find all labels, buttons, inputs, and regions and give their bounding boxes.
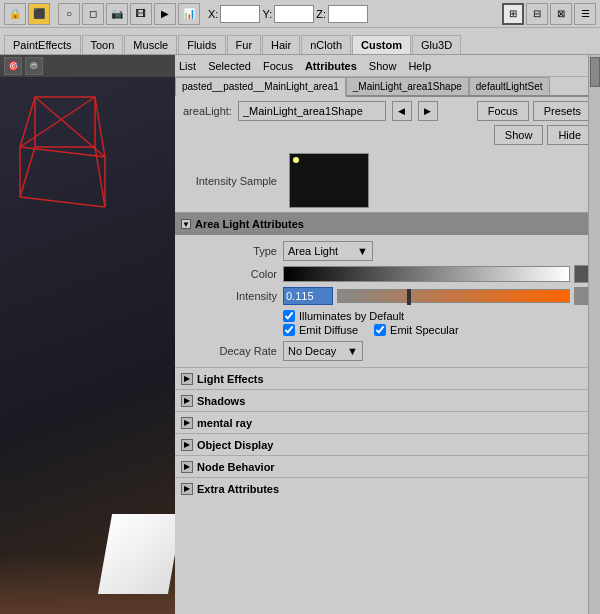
show-button[interactable]: Show: [494, 125, 544, 145]
separator: [52, 3, 56, 25]
tab-ncloth[interactable]: nCloth: [301, 35, 351, 54]
top-toolbar: 🔒 ⬛ ○ ◻ 📷 🎞 ▶ 📊 X: Y: Z: ⊞ ⊟ ⊠ ☰ PaintEf…: [0, 0, 600, 55]
camera-icon[interactable]: 📷: [106, 3, 128, 25]
x-input[interactable]: [220, 5, 260, 23]
tab-painteffects[interactable]: PaintEffects: [4, 35, 81, 54]
viewport: 🎯 ⛃: [0, 55, 175, 614]
viewport-content: [0, 77, 175, 614]
select-icon[interactable]: ⬛: [28, 3, 50, 25]
title-shadows: Shadows: [197, 395, 245, 407]
tab-fur[interactable]: Fur: [227, 35, 262, 54]
hide-button[interactable]: Hide: [547, 125, 592, 145]
tab-default-lightset[interactable]: defaultLightSet: [469, 77, 550, 95]
intensity-attr-label: Intensity: [183, 290, 283, 302]
scrollbar-thumb[interactable]: [590, 57, 600, 87]
intensity-dot: [293, 157, 299, 163]
layout-icon1[interactable]: ⊞: [502, 3, 524, 25]
decay-rate-label: Decay Rate: [183, 345, 283, 357]
type-value: Area Light: [288, 245, 338, 257]
section-mental-ray[interactable]: ▶ mental ray: [175, 411, 600, 433]
y-label: Y:: [262, 8, 272, 20]
type-dropdown[interactable]: Area Light ▼: [283, 241, 373, 261]
section-shadows[interactable]: ▶ Shadows: [175, 389, 600, 411]
title-mental-ray: mental ray: [197, 417, 252, 429]
intensity-slider[interactable]: [337, 289, 570, 303]
tab-toon[interactable]: Toon: [82, 35, 124, 54]
y-input[interactable]: [274, 5, 314, 23]
nav-help[interactable]: Help: [408, 60, 431, 72]
decay-dropdown-arrow: ▼: [347, 345, 358, 357]
graph-icon[interactable]: 📊: [178, 3, 200, 25]
section-light-effects[interactable]: ▶ Light Effects: [175, 367, 600, 389]
section-extra-attributes[interactable]: ▶ Extra Attributes: [175, 477, 600, 499]
menu-icon[interactable]: ☰: [574, 3, 596, 25]
vp-icon2[interactable]: ⛃: [25, 57, 43, 75]
lasso-icon[interactable]: ○: [58, 3, 80, 25]
paint-icon[interactable]: ◻: [82, 3, 104, 25]
color-bar-container: [283, 265, 592, 283]
illuminates-row: Illuminates by Default: [283, 309, 404, 323]
decay-dropdown[interactable]: No Decay ▼: [283, 341, 363, 361]
tab-custom[interactable]: Custom: [352, 35, 411, 54]
attr-decay-row: Decay Rate No Decay ▼: [175, 339, 600, 363]
intensity-sample-box: [289, 153, 369, 208]
x-label: X:: [208, 8, 218, 20]
attr-checkboxes-row: Illuminates by Default Emit Diffuse Emit…: [175, 307, 600, 339]
type-label: Type: [183, 245, 283, 257]
arealight-btn1[interactable]: ◀: [392, 101, 412, 121]
emit-specular-label: Emit Specular: [390, 324, 458, 336]
emit-diffuse-checkbox[interactable]: [283, 324, 295, 336]
color-bar[interactable]: [283, 266, 570, 282]
section-header-area-light[interactable]: ▼ Area Light Attributes: [175, 213, 600, 235]
nav-attributes[interactable]: Attributes: [305, 60, 357, 72]
vp-icon1[interactable]: 🎯: [4, 57, 22, 75]
tab-fluids[interactable]: Fluids: [178, 35, 225, 54]
svg-line-6: [20, 197, 105, 207]
illuminates-checkbox[interactable]: [283, 310, 295, 322]
color-label: Color: [183, 268, 283, 280]
presets-button[interactable]: Presets: [533, 101, 592, 121]
nav-show[interactable]: Show: [369, 60, 397, 72]
nav-selected[interactable]: Selected: [208, 60, 251, 72]
lock-icon[interactable]: 🔒: [4, 3, 26, 25]
type-dropdown-arrow: ▼: [357, 245, 368, 257]
panel-buttons-group: Focus Presets: [477, 101, 592, 121]
arrow-object-display: ▶: [181, 439, 193, 451]
emit-specular-checkbox[interactable]: [374, 324, 386, 336]
intensity-input-container: [283, 287, 592, 305]
arealight-btn2[interactable]: ▶: [418, 101, 438, 121]
play-icon[interactable]: ▶: [154, 3, 176, 25]
attr-type-row: Type Area Light ▼: [175, 239, 600, 263]
attr-color-row: Color: [175, 263, 600, 285]
film-icon[interactable]: 🎞: [130, 3, 152, 25]
intensity-field[interactable]: [283, 287, 333, 305]
illuminates-label: Illuminates by Default: [299, 310, 404, 322]
tab-glu3d[interactable]: Glu3D: [412, 35, 461, 54]
attr-intensity-row: Intensity: [175, 285, 600, 307]
nav-focus[interactable]: Focus: [263, 60, 293, 72]
focus-button[interactable]: Focus: [477, 101, 529, 121]
section-object-display[interactable]: ▶ Object Display: [175, 433, 600, 455]
tab-muscle[interactable]: Muscle: [124, 35, 177, 54]
nav-list[interactable]: List: [179, 60, 196, 72]
attr-section: ▼ Area Light Attributes Type Area Light …: [175, 212, 600, 367]
z-input[interactable]: [328, 5, 368, 23]
separator2: [202, 3, 206, 25]
arrow-extra-attributes: ▶: [181, 483, 193, 495]
layout-icon3[interactable]: ⊠: [550, 3, 572, 25]
panel-tabs: pasted__pasted__MainLight_area1 _MainLig…: [175, 77, 600, 97]
toolbar-icons-row: 🔒 ⬛ ○ ◻ 📷 🎞 ▶ 📊 X: Y: Z: ⊞ ⊟ ⊠ ☰: [0, 0, 600, 28]
tab-pasted-main[interactable]: pasted__pasted__MainLight_area1: [175, 77, 346, 97]
arealight-input[interactable]: [238, 101, 386, 121]
intensity-sample-row: Intensity Sample: [175, 149, 600, 212]
tab-mainlight-shape[interactable]: _MainLight_area1Shape: [346, 77, 469, 95]
arrow-mental-ray: ▶: [181, 417, 193, 429]
scrollbar-track[interactable]: [588, 55, 600, 614]
section-title-area-light: Area Light Attributes: [195, 218, 304, 230]
tab-hair[interactable]: Hair: [262, 35, 300, 54]
arrow-shadows: ▶: [181, 395, 193, 407]
title-object-display: Object Display: [197, 439, 273, 451]
arrow-light-effects: ▶: [181, 373, 193, 385]
section-node-behavior[interactable]: ▶ Node Behavior: [175, 455, 600, 477]
layout-icon2[interactable]: ⊟: [526, 3, 548, 25]
